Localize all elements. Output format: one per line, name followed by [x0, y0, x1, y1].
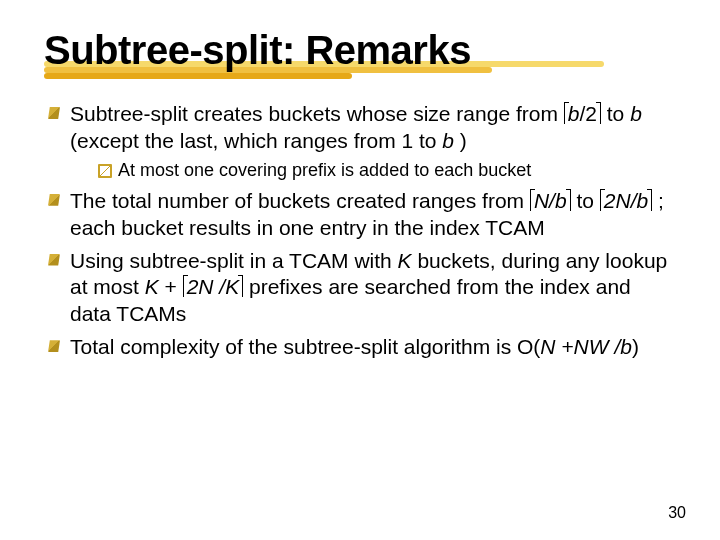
- expr: 2N/b: [604, 189, 648, 212]
- page-number: 30: [668, 504, 686, 522]
- text: The total number of buckets created rang…: [70, 189, 530, 212]
- bullet-3: Using subtree-split in a TCAM with K buc…: [44, 248, 676, 329]
- text: +: [159, 275, 183, 298]
- bullet-1: Subtree-split creates buckets whose size…: [44, 101, 676, 182]
- bullet-2: The total number of buckets created rang…: [44, 188, 676, 242]
- bullet-list: Subtree-split creates buckets whose size…: [44, 101, 676, 361]
- var-K: K: [398, 249, 412, 272]
- text: to: [601, 102, 630, 125]
- var-b: b: [442, 129, 454, 152]
- text: to: [571, 189, 600, 212]
- slide-title: Subtree-split: Remarks: [44, 28, 676, 73]
- text: Total complexity of the subtree-split al…: [70, 335, 540, 358]
- text: (except the last, which ranges from 1 to: [70, 129, 442, 152]
- text: ): [632, 335, 639, 358]
- expr: 2N /K: [187, 275, 240, 298]
- expr: N/b: [534, 189, 567, 212]
- slide: Subtree-split: Remarks Subtree-split cre…: [0, 0, 720, 361]
- var-b: b: [568, 102, 580, 125]
- text: /2: [579, 102, 597, 125]
- sub-bullet-1: At most one covering prefix is added to …: [96, 159, 676, 182]
- sub-bullet-list: At most one covering prefix is added to …: [70, 159, 676, 182]
- slide-content: Subtree-split creates buckets whose size…: [44, 101, 676, 361]
- bullet-4: Total complexity of the subtree-split al…: [44, 334, 676, 361]
- title-block: Subtree-split: Remarks: [44, 28, 676, 73]
- var-K: K: [145, 275, 159, 298]
- text: Using subtree-split in a TCAM with: [70, 249, 398, 272]
- var-b: b: [630, 102, 642, 125]
- text: ): [454, 129, 467, 152]
- text: Subtree-split creates buckets whose size…: [70, 102, 564, 125]
- text: At most one covering prefix is added to …: [118, 160, 531, 180]
- expr: N +NW /b: [540, 335, 632, 358]
